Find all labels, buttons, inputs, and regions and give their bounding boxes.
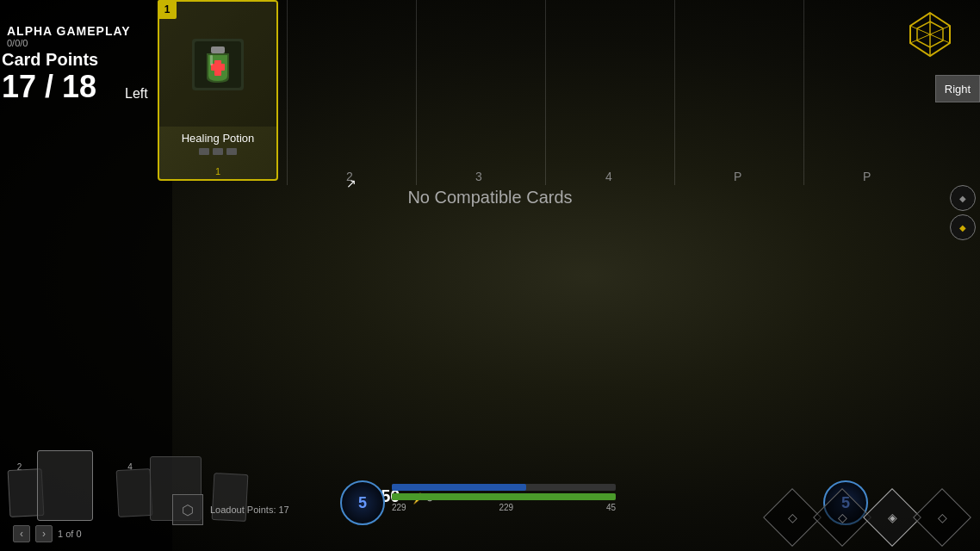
ability-icon-4[interactable]: ◇ bbox=[913, 488, 971, 547]
card-name: Healing Potion bbox=[159, 127, 276, 148]
page-prev-button[interactable]: ‹ bbox=[13, 525, 30, 542]
energy-left-value: 5 bbox=[358, 494, 367, 512]
loadout-stat-text: Loadout Points: 17 bbox=[210, 505, 289, 515]
logo-area bbox=[907, 9, 954, 64]
card-dot-1 bbox=[199, 148, 209, 155]
bottom-ui: 2 4 ‹ › 1 of 0 ⬡ Loadout Points: 17 1250 bbox=[0, 430, 980, 551]
deck-slot-card-main bbox=[37, 450, 93, 521]
widget-dot-1: ◆ bbox=[950, 185, 976, 211]
energy-circle-left: 5 bbox=[340, 480, 385, 525]
card-slot-1[interactable]: 1 Healing Potion 1 bbox=[158, 0, 278, 181]
card-dot-2 bbox=[213, 148, 223, 155]
xp-bar-bg bbox=[392, 484, 616, 491]
page-navigation: ‹ › 1 of 0 bbox=[13, 525, 82, 542]
svg-rect-2 bbox=[211, 46, 225, 53]
svg-rect-5 bbox=[210, 55, 213, 65]
ability-icon-1-symbol: ◇ bbox=[788, 511, 797, 524]
card-image-area bbox=[159, 2, 276, 127]
card-slot-badge: 1 bbox=[158, 0, 177, 19]
slot-label-4: 4 bbox=[605, 170, 612, 183]
deck-slot-3[interactable]: 4 bbox=[117, 469, 143, 521]
hp-current: 229 bbox=[392, 503, 406, 512]
card-bottom-number: 1 bbox=[215, 166, 220, 176]
no-compatible-cards: No Compatible Cards bbox=[407, 188, 572, 207]
ability-icons-row: ◇ ◇ ◈ ◇ bbox=[772, 497, 963, 538]
char-indicator: ⬡ Loadout Points: 17 bbox=[172, 494, 289, 525]
health-bar-area: 229 229 45 bbox=[392, 484, 616, 512]
slot-label-p1: P bbox=[734, 170, 741, 183]
healing-potion-icon bbox=[188, 34, 248, 95]
card-dots bbox=[159, 148, 276, 160]
slot-label-p2: P bbox=[863, 170, 871, 183]
page-indicator: 1 of 0 bbox=[58, 529, 82, 539]
cursor: ↗ bbox=[346, 176, 357, 190]
left-label: Left bbox=[125, 86, 148, 102]
xp-stat: 45 bbox=[606, 503, 616, 512]
page-next-button[interactable]: › bbox=[35, 525, 53, 542]
ability-icon-2-symbol: ◇ bbox=[838, 511, 847, 524]
ability-icon-3-symbol: ◈ bbox=[888, 511, 897, 524]
ability-icon-4-symbol: ◇ bbox=[938, 511, 947, 524]
game-score: 0/0/0 bbox=[7, 38, 28, 48]
deck-slot-main[interactable] bbox=[37, 450, 93, 521]
widget-dot-2: ◆ bbox=[950, 214, 976, 240]
hp-max: 229 bbox=[499, 503, 513, 512]
xp-bar-fill bbox=[392, 484, 526, 491]
card-points-label: Card Points bbox=[0, 50, 155, 70]
game-title: ALPHA GAMEPLAY bbox=[7, 24, 131, 38]
chevron-logo-icon bbox=[907, 9, 954, 60]
top-ui: ALPHA GAMEPLAY 0/0/0 Card Points 17 / 18… bbox=[0, 0, 980, 189]
health-bar-bg bbox=[392, 493, 616, 500]
deck-slot-card-3 bbox=[116, 468, 153, 517]
card-dot-3 bbox=[226, 148, 237, 155]
health-numbers: 229 229 45 bbox=[392, 503, 616, 512]
slot-label-3: 3 bbox=[475, 170, 482, 183]
svg-rect-4 bbox=[211, 64, 225, 71]
health-bar-fill bbox=[392, 493, 616, 500]
deck-slot-2[interactable]: 2 bbox=[9, 469, 30, 521]
char-icon: ⬡ bbox=[172, 494, 203, 525]
right-button[interactable]: Right bbox=[935, 75, 980, 102]
widget-area: ◆ ◆ bbox=[950, 185, 976, 240]
